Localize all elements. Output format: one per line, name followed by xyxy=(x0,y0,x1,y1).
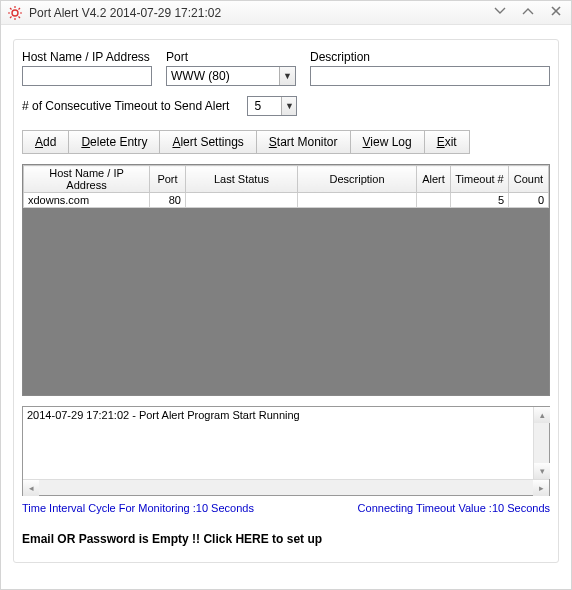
col-alert[interactable]: Alert xyxy=(417,166,451,193)
restore-button[interactable] xyxy=(519,3,537,19)
view-log-button[interactable]: View Log xyxy=(350,130,425,154)
port-select-value: WWW (80) xyxy=(171,69,230,83)
hosts-table-wrap: Host Name / IP Address Port Last Status … xyxy=(22,164,550,396)
window-controls xyxy=(491,3,565,19)
timeout-value: 5 xyxy=(254,99,261,113)
input-row: Host Name / IP Address Port WWW (80) ▼ D… xyxy=(22,50,550,86)
col-timeout-num[interactable]: Timeout # xyxy=(451,166,509,193)
col-count[interactable]: Count xyxy=(509,166,549,193)
toolbar: Add Delete Entry Alert Settings Start Mo… xyxy=(22,130,550,154)
close-button[interactable] xyxy=(547,3,565,19)
start-monitor-button[interactable]: Start Monitor xyxy=(256,130,351,154)
exit-button[interactable]: Exit xyxy=(424,130,470,154)
delete-entry-button[interactable]: Delete Entry xyxy=(68,130,160,154)
port-label: Port xyxy=(166,50,296,64)
cell-host: xdowns.com xyxy=(24,193,150,208)
chevron-down-icon: ▼ xyxy=(279,67,295,85)
cell-port: 80 xyxy=(150,193,186,208)
app-icon xyxy=(7,5,23,21)
scroll-up-icon: ▴ xyxy=(534,407,550,423)
window-title: Port Alert V4.2 2014-07-29 17:21:02 xyxy=(29,6,221,20)
scrollbar-vertical[interactable]: ▴ ▾ xyxy=(533,407,549,479)
cell-desc xyxy=(298,193,417,208)
svg-line-7 xyxy=(19,8,21,10)
cell-last-status xyxy=(186,193,298,208)
minimize-to-tray-button[interactable] xyxy=(491,3,509,19)
alert-settings-button[interactable]: Alert Settings xyxy=(159,130,256,154)
status-left: Time Interval Cycle For Monitoring :10 S… xyxy=(22,502,254,514)
svg-line-6 xyxy=(19,16,21,18)
svg-point-0 xyxy=(12,10,18,16)
chevron-down-icon: ▼ xyxy=(281,97,296,115)
port-select[interactable]: WWW (80) ▼ xyxy=(166,66,296,86)
log-panel: 2014-07-29 17:21:02 - Port Alert Program… xyxy=(22,406,550,496)
svg-line-8 xyxy=(10,16,12,18)
status-row: Time Interval Cycle For Monitoring :10 S… xyxy=(22,502,550,514)
main-group: Host Name / IP Address Port WWW (80) ▼ D… xyxy=(13,39,559,563)
description-label: Description xyxy=(310,50,550,64)
timeout-row: # of Consecutive Timeout to Send Alert 5… xyxy=(22,96,550,116)
description-input[interactable] xyxy=(310,66,550,86)
col-host[interactable]: Host Name / IP Address xyxy=(24,166,150,193)
log-line: 2014-07-29 17:21:02 - Port Alert Program… xyxy=(27,409,545,421)
titlebar: Port Alert V4.2 2014-07-29 17:21:02 xyxy=(1,1,571,25)
setup-warning-link[interactable]: Email OR Password is Empty !! Click HERE… xyxy=(22,532,550,546)
timeout-stepper[interactable]: 5 ▼ xyxy=(247,96,297,116)
status-right: Connecting Timeout Value :10 Seconds xyxy=(358,502,550,514)
col-desc[interactable]: Description xyxy=(298,166,417,193)
host-label: Host Name / IP Address xyxy=(22,50,152,64)
cell-alert xyxy=(417,193,451,208)
col-last-status[interactable]: Last Status xyxy=(186,166,298,193)
scroll-left-icon: ◂ xyxy=(23,480,39,496)
svg-line-5 xyxy=(10,8,12,10)
scroll-down-icon: ▾ xyxy=(534,463,550,479)
table-row[interactable]: xdowns.com 80 5 0 xyxy=(24,193,549,208)
add-button[interactable]: Add xyxy=(22,130,69,154)
content-area: Host Name / IP Address Port WWW (80) ▼ D… xyxy=(1,25,571,569)
cell-timeout-num: 5 xyxy=(451,193,509,208)
table-header-row: Host Name / IP Address Port Last Status … xyxy=(24,166,549,193)
col-port[interactable]: Port xyxy=(150,166,186,193)
timeout-label: # of Consecutive Timeout to Send Alert xyxy=(22,99,229,113)
scroll-right-icon: ▸ xyxy=(533,480,549,496)
scrollbar-horizontal[interactable]: ◂ ▸ xyxy=(23,479,549,495)
window: Port Alert V4.2 2014-07-29 17:21:02 Host… xyxy=(0,0,572,590)
cell-count: 0 xyxy=(509,193,549,208)
log-body[interactable]: 2014-07-29 17:21:02 - Port Alert Program… xyxy=(23,407,549,479)
host-input[interactable] xyxy=(22,66,152,86)
hosts-table: Host Name / IP Address Port Last Status … xyxy=(23,165,549,208)
